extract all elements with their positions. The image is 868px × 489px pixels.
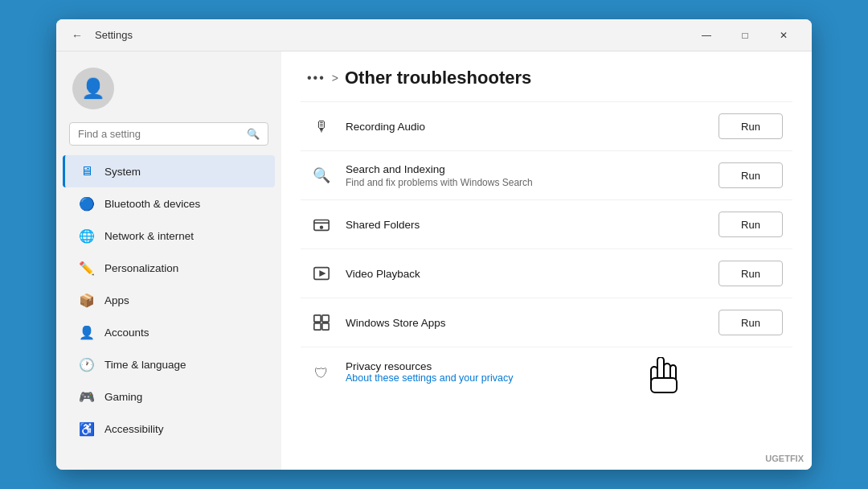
svg-rect-6	[314, 323, 321, 330]
privacy-section: 🛡 Privacy resources About these settings…	[301, 347, 792, 397]
search-indexing-icon: 🔍	[310, 164, 333, 187]
troubleshooter-list: 🎙 Recording Audio Run 🔍 Search and Index…	[281, 101, 812, 347]
window-title: Settings	[95, 29, 133, 41]
troubleshooter-video-playback: Video Playback Run	[301, 249, 792, 298]
time-icon: 🕐	[79, 356, 95, 372]
system-icon: 🖥	[79, 163, 95, 179]
windows-store-icon	[310, 311, 333, 334]
content-area: 👤 🔍 🖥 System 🔵 Bluetooth & devices	[56, 51, 812, 470]
user-section: 👤	[56, 61, 281, 122]
svg-rect-5	[322, 315, 329, 322]
watermark: UGETFIX	[765, 454, 804, 463]
gaming-icon: 🎮	[79, 388, 95, 405]
windows-store-name: Windows Store Apps	[346, 317, 706, 329]
breadcrumb-arrow: >	[332, 72, 338, 84]
sidebar-item-accessibility[interactable]: ♿ Accessibility	[63, 413, 275, 445]
svg-rect-7	[322, 323, 329, 330]
privacy-link[interactable]: About these settings and your privacy	[346, 372, 513, 384]
recording-audio-text: Recording Audio	[346, 121, 706, 133]
minimize-button[interactable]: —	[688, 23, 725, 48]
privacy-title: Privacy resources	[346, 360, 513, 372]
troubleshooter-search-indexing: 🔍 Search and Indexing Find and fix probl…	[301, 151, 792, 200]
video-playback-icon	[310, 262, 333, 285]
recording-audio-name: Recording Audio	[346, 121, 706, 133]
troubleshooter-recording-audio: 🎙 Recording Audio Run	[301, 101, 792, 151]
breadcrumb-dots: •••	[307, 71, 326, 85]
shared-folders-icon	[310, 213, 333, 236]
sidebar-item-network[interactable]: 🌐 Network & internet	[63, 220, 275, 252]
close-button[interactable]: ✕	[765, 23, 802, 48]
windows-store-text: Windows Store Apps	[346, 317, 706, 329]
page-title: Other troubleshooters	[345, 68, 531, 88]
video-playback-text: Video Playback	[346, 268, 706, 280]
personalization-icon: ✏️	[79, 260, 95, 276]
bluetooth-icon: 🔵	[79, 195, 95, 212]
svg-marker-3	[320, 271, 325, 276]
back-button[interactable]: ←	[66, 24, 88, 47]
search-indexing-desc: Find and fix problems with Windows Searc…	[346, 177, 706, 188]
shared-folders-text: Shared Folders	[346, 219, 706, 231]
run-video-playback-button[interactable]: Run	[719, 261, 783, 286]
search-indexing-name: Search and Indexing	[346, 163, 706, 175]
accounts-icon: 👤	[79, 324, 95, 340]
sidebar-item-personalization[interactable]: ✏️ Personalization	[63, 252, 275, 284]
privacy-text: Privacy resources About these settings a…	[346, 360, 513, 384]
run-shared-folders-button[interactable]: Run	[719, 212, 783, 237]
run-search-indexing-button[interactable]: Run	[719, 162, 783, 188]
search-input[interactable]	[78, 128, 240, 140]
user-icon: 👤	[81, 77, 105, 100]
sidebar-item-time[interactable]: 🕐 Time & language	[63, 348, 275, 380]
run-recording-audio-button[interactable]: Run	[719, 113, 783, 139]
recording-audio-icon: 🎙	[310, 115, 333, 138]
sidebar-item-apps[interactable]: 📦 Apps	[63, 284, 275, 316]
privacy-shield-icon: 🛡	[310, 362, 333, 384]
shared-folders-name: Shared Folders	[346, 219, 706, 231]
avatar: 👤	[72, 68, 114, 109]
sidebar: 👤 🔍 🖥 System 🔵 Bluetooth & devices	[56, 51, 281, 470]
settings-window: ← Settings — □ ✕ 👤 🔍	[56, 19, 812, 470]
search-icon: 🔍	[247, 128, 260, 140]
troubleshooter-windows-store: Windows Store Apps Run	[301, 298, 792, 347]
run-windows-store-button[interactable]: Run	[719, 310, 783, 335]
apps-icon: 📦	[79, 292, 95, 308]
page-header: ••• > Other troubleshooters	[281, 51, 812, 101]
titlebar: ← Settings — □ ✕	[56, 19, 812, 51]
accessibility-icon: ♿	[79, 421, 95, 437]
network-icon: 🌐	[79, 228, 95, 244]
sidebar-item-system[interactable]: 🖥 System	[63, 155, 275, 187]
window-controls: — □ ✕	[688, 23, 802, 48]
main-content: ••• > Other troubleshooters 🎙 Recording …	[281, 51, 812, 470]
sidebar-item-accounts[interactable]: 👤 Accounts	[63, 316, 275, 348]
svg-point-1	[321, 226, 323, 228]
sidebar-item-gaming[interactable]: 🎮 Gaming	[63, 380, 275, 413]
search-box[interactable]: 🔍	[69, 122, 268, 146]
svg-rect-4	[314, 315, 321, 322]
search-indexing-text: Search and Indexing Find and fix problem…	[346, 163, 706, 188]
troubleshooter-shared-folders: Shared Folders Run	[301, 200, 792, 249]
sidebar-item-bluetooth[interactable]: 🔵 Bluetooth & devices	[63, 187, 275, 220]
maximize-button[interactable]: □	[727, 23, 764, 48]
video-playback-name: Video Playback	[346, 268, 706, 280]
